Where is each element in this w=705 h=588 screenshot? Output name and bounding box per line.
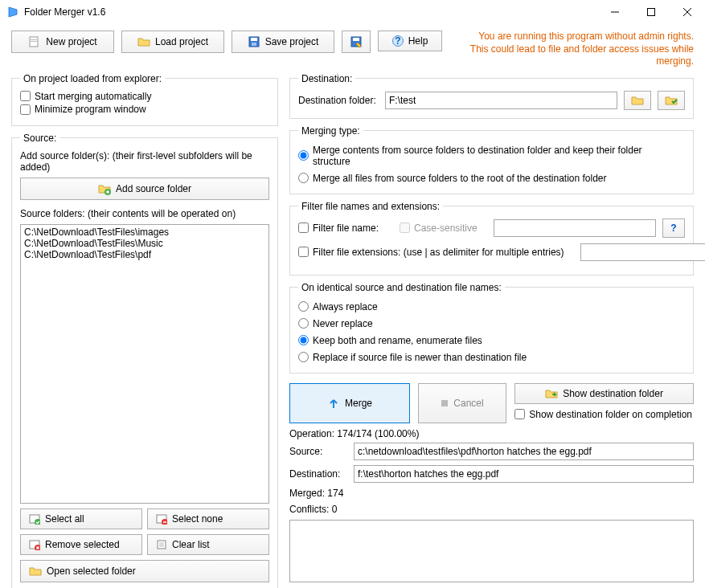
list-item[interactable]: C:\NetDownload\TestFiles\images — [23, 227, 267, 238]
minimize-button[interactable] — [596, 0, 633, 24]
identical-radio-1[interactable]: Always replace — [298, 301, 675, 312]
identical-input-2[interactable] — [298, 318, 309, 329]
app-icon — [6, 6, 19, 18]
filter-ext-checkbox[interactable]: Filter file extensions: (use | as delimi… — [298, 247, 564, 258]
minimize-input[interactable] — [20, 104, 31, 115]
identical-label-3: Keep both and rename, enumerate files — [313, 335, 482, 346]
svg-text:?: ? — [395, 35, 400, 47]
show-destination-button[interactable]: Show destination folder — [514, 383, 694, 404]
merge-type-radio-1[interactable]: Merge contents from source folders to de… — [298, 145, 675, 167]
conflicts-count: Conflicts: 0 — [289, 504, 694, 515]
start-auto-input[interactable] — [20, 91, 31, 101]
select-all-label: Select all — [45, 513, 84, 525]
filter-legend: Filter file names and extensions: — [298, 201, 443, 212]
identical-label-2: Never replace — [313, 318, 373, 329]
clear-list-label: Clear list — [172, 539, 210, 550]
stop-icon — [441, 399, 449, 407]
case-sensitive-checkbox[interactable]: Case-sensitive — [400, 223, 478, 234]
source-folders-listbox[interactable]: C:\NetDownload\TestFiles\images C:\NetDo… — [20, 224, 269, 504]
svg-rect-2 — [647, 9, 654, 16]
show-on-completion-checkbox[interactable]: Show destination folder on completion — [514, 409, 694, 420]
clear-list-button[interactable]: Clear list — [147, 534, 269, 555]
open-selected-folder-button[interactable]: Open selected folder — [20, 560, 269, 582]
identical-radio-3[interactable]: Keep both and rename, enumerate files — [298, 335, 675, 346]
filter-name-label: Filter file name: — [313, 223, 379, 234]
remove-selected-button[interactable]: Remove selected — [20, 534, 142, 555]
merging-type-group: Merging type: Merge contents from source… — [289, 125, 694, 194]
merging-type-legend: Merging type: — [298, 125, 363, 137]
filter-name-help-button[interactable]: ? — [662, 218, 685, 238]
save-as-button[interactable] — [342, 31, 371, 53]
close-button[interactable] — [669, 0, 705, 24]
svg-rect-6 — [31, 39, 37, 40]
filter-name-text-input[interactable] — [494, 219, 656, 237]
select-none-button[interactable]: Select none — [147, 508, 269, 529]
save-project-button[interactable]: Save project — [232, 31, 334, 53]
folder-icon — [631, 95, 644, 106]
list-item[interactable]: C:\NetDownload\TestFiles\pdf — [23, 249, 267, 260]
identical-label-1: Always replace — [313, 301, 378, 312]
show-destination-label: Show destination folder — [563, 388, 663, 399]
identical-input-4[interactable] — [298, 352, 309, 362]
filter-ext-input[interactable] — [298, 247, 309, 257]
select-none-icon — [156, 513, 167, 525]
filter-name-checkbox[interactable]: Filter file name: — [298, 223, 393, 234]
load-project-button[interactable]: Load project — [121, 31, 224, 53]
start-auto-label: Start merging automatically — [35, 91, 151, 102]
identical-radio-2[interactable]: Never replace — [298, 318, 675, 329]
save-project-label: Save project — [265, 36, 319, 47]
load-project-label: Load project — [155, 36, 208, 47]
filter-ext-label: Filter file extensions: (use | as delimi… — [313, 247, 564, 258]
add-source-label: Add source folder(s): (their first-level… — [20, 150, 269, 173]
merge-button[interactable]: Merge — [289, 383, 410, 423]
merge-type-input-2[interactable] — [298, 173, 309, 183]
help-button[interactable]: ? Help — [378, 31, 442, 51]
new-project-button[interactable]: New project — [11, 31, 114, 53]
merge-type-label-2: Merge all files from source folders to t… — [313, 173, 607, 184]
select-all-icon — [29, 513, 40, 525]
cancel-button[interactable]: Cancel — [418, 383, 506, 423]
explorer-options-legend: On project loaded from explorer: — [20, 73, 165, 84]
show-on-completion-input[interactable] — [514, 409, 525, 419]
identical-input-1[interactable] — [298, 301, 309, 312]
minimize-checkbox[interactable]: Minimize program window — [20, 104, 146, 115]
maximize-button[interactable] — [633, 0, 669, 24]
list-item[interactable]: C:\NetDownload\TestFiles\Music — [23, 238, 267, 249]
explorer-options-group: On project loaded from explorer: Start m… — [11, 73, 278, 126]
new-project-icon — [28, 35, 41, 48]
confirm-destination-button[interactable] — [658, 91, 685, 110]
select-all-button[interactable]: Select all — [20, 508, 142, 529]
identical-label-4: Replace if source file is newer than des… — [313, 352, 527, 363]
folder-icon — [29, 565, 42, 578]
identical-input-3[interactable] — [298, 335, 309, 345]
identical-radio-4[interactable]: Replace if source file is newer than des… — [298, 352, 675, 363]
svg-rect-31 — [441, 400, 448, 406]
log-textbox[interactable] — [289, 520, 694, 582]
admin-warning-line2: This could lead to file and folder acces… — [449, 43, 694, 68]
destination-path-value: f:\test\horton hatches the egg.pdf — [354, 465, 694, 483]
identical-names-group: On identical source and destination file… — [289, 282, 694, 374]
browse-destination-button[interactable] — [624, 91, 651, 110]
filter-name-input[interactable] — [298, 223, 309, 233]
merge-type-radio-2[interactable]: Merge all files from source folders to t… — [298, 173, 675, 184]
svg-rect-7 — [31, 41, 37, 42]
folder-open-icon — [137, 35, 150, 48]
add-source-folder-button[interactable]: Add source folder — [20, 178, 269, 200]
merge-arrow-icon — [327, 397, 340, 410]
case-sensitive-input[interactable] — [400, 223, 410, 233]
source-path-value: c:\netdownload\testfiles\pdf\horton hatc… — [354, 443, 694, 460]
source-path-label: Source: — [289, 446, 347, 457]
operation-status: Operation: 174/174 (100.00%) — [289, 428, 694, 439]
merge-type-input-1[interactable] — [298, 150, 309, 161]
source-list-label: Source folders: (their contents will be … — [20, 208, 269, 219]
folder-check-icon — [665, 95, 678, 106]
titlebar: Folder Merger v1.6 — [0, 0, 705, 24]
destination-folder-input[interactable] — [385, 92, 617, 109]
svg-rect-12 — [353, 38, 359, 41]
svg-rect-10 — [252, 43, 256, 46]
help-label: Help — [408, 35, 428, 47]
filter-ext-text-input[interactable] — [580, 243, 705, 261]
svg-marker-0 — [9, 7, 17, 17]
start-auto-checkbox[interactable]: Start merging automatically — [20, 91, 151, 102]
clear-icon — [156, 539, 167, 550]
